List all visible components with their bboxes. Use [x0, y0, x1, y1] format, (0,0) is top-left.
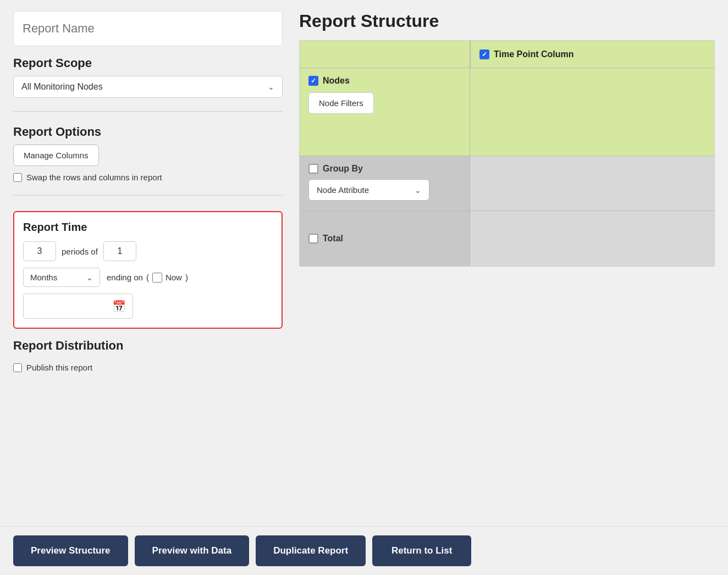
report-name-input[interactable]: [13, 11, 283, 46]
structure-grid: Time Point Column Nodes Node Filters: [299, 40, 715, 267]
scope-title: Report Scope: [13, 56, 283, 70]
node-filters-button[interactable]: Node Filters: [308, 92, 374, 114]
options-title: Report Options: [13, 125, 283, 139]
ending-on-text: ending on ( Now ): [107, 273, 188, 283]
chevron-down-icon: ⌄: [268, 82, 274, 91]
nodes-checkbox[interactable]: [308, 76, 318, 86]
periods-count-input[interactable]: [23, 241, 56, 261]
periods-of-label: periods of: [62, 247, 98, 256]
total-right-empty: [470, 211, 714, 266]
divider-1: [13, 111, 283, 112]
publish-checkbox[interactable]: [13, 363, 22, 372]
time-point-checkbox[interactable]: [479, 49, 489, 59]
now-checkbox[interactable]: [152, 273, 162, 283]
time-point-cell: Time Point Column: [470, 41, 714, 68]
options-section: Report Options Manage Columns Swap the r…: [13, 125, 283, 182]
date-input[interactable]: 📅: [23, 294, 133, 319]
duplicate-report-button[interactable]: Duplicate Report: [256, 535, 366, 566]
preview-structure-button[interactable]: Preview Structure: [13, 535, 128, 566]
time-point-label: Time Point Column: [494, 49, 573, 59]
period-length-input[interactable]: [103, 241, 136, 261]
distribution-section: Report Distribution Publish this report: [13, 339, 283, 372]
period-unit-dropdown[interactable]: Months ⌄: [23, 268, 100, 287]
report-structure-title: Report Structure: [299, 11, 715, 31]
swap-rows-checkbox-row[interactable]: Swap the rows and columns in report: [13, 173, 283, 182]
publish-checkbox-row[interactable]: Publish this report: [13, 363, 283, 372]
scope-dropdown[interactable]: All Monitoring Nodes ⌄: [13, 76, 283, 98]
distribution-title: Report Distribution: [13, 339, 283, 353]
total-label: Total: [323, 234, 343, 244]
return-to-list-button[interactable]: Return to List: [372, 535, 471, 566]
swap-rows-label: Swap the rows and columns in report: [26, 173, 162, 182]
ending-on-paren-open: (: [146, 273, 149, 282]
time-row-1: periods of: [23, 241, 273, 261]
group-by-right-empty: [470, 156, 714, 211]
chevron-down-icon-attr: ⌄: [415, 186, 421, 195]
total-checkbox[interactable]: [308, 234, 318, 244]
group-by-cell: Group By Node Attribute ⌄: [300, 156, 470, 211]
time-title: Report Time: [23, 221, 273, 234]
publish-label: Publish this report: [26, 363, 92, 372]
divider-2: [13, 195, 283, 196]
now-label: Now: [166, 273, 182, 282]
top-left-empty: [300, 41, 470, 68]
ending-on-paren-close: ): [185, 273, 188, 282]
scope-dropdown-value: All Monitoring Nodes: [21, 82, 103, 92]
group-by-label: Group By: [323, 164, 363, 174]
manage-columns-button[interactable]: Manage Columns: [13, 145, 99, 166]
left-panel: Report Scope All Monitoring Nodes ⌄ Repo…: [13, 11, 283, 515]
main-container: Report Scope All Monitoring Nodes ⌄ Repo…: [0, 0, 728, 575]
scope-section: Report Scope All Monitoring Nodes ⌄: [13, 56, 283, 98]
right-panel: Report Structure Time Point Column Nodes…: [299, 11, 715, 515]
time-row-2: Months ⌄ ending on ( Now ): [23, 268, 273, 287]
period-unit-label: Months: [30, 273, 57, 282]
nodes-label: Nodes: [323, 76, 350, 86]
nodes-right-empty: [470, 68, 714, 156]
chevron-down-icon-months: ⌄: [86, 273, 93, 282]
preview-with-data-button[interactable]: Preview with Data: [135, 535, 250, 566]
date-input-row: 📅: [23, 294, 273, 319]
report-time-box: Report Time periods of Months ⌄ ending o…: [13, 211, 283, 329]
node-attr-dropdown[interactable]: Node Attribute ⌄: [308, 179, 429, 201]
group-by-label-row: Group By: [308, 164, 461, 174]
total-cell: Total: [300, 211, 470, 266]
calendar-icon: 📅: [112, 300, 126, 313]
nodes-cell: Nodes Node Filters: [300, 68, 470, 156]
content-area: Report Scope All Monitoring Nodes ⌄ Repo…: [0, 0, 728, 526]
footer: Preview Structure Preview with Data Dupl…: [0, 526, 728, 575]
swap-rows-checkbox[interactable]: [13, 173, 22, 182]
node-attr-label: Node Attribute: [317, 185, 369, 195]
group-by-checkbox[interactable]: [308, 164, 318, 174]
